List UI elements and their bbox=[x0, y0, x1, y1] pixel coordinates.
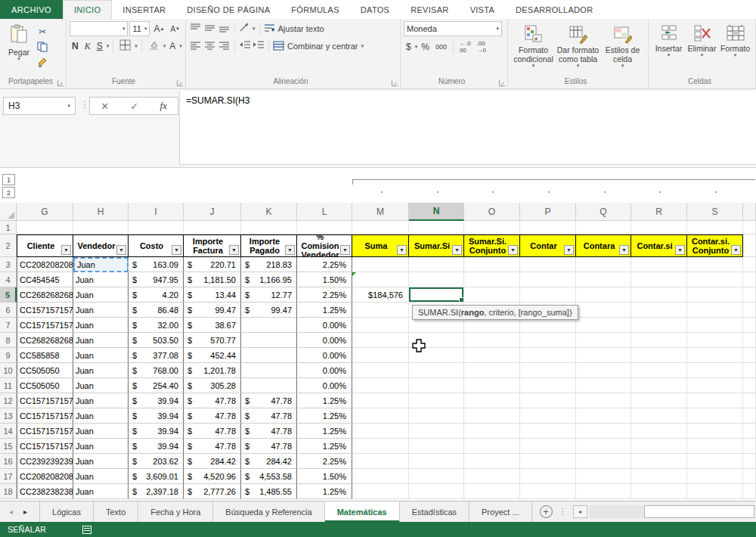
cell-K18[interactable]: $1,485.55 bbox=[241, 484, 297, 499]
cell-G7[interactable]: CC157157157 bbox=[17, 318, 73, 333]
row-header-3[interactable]: 3 bbox=[0, 257, 17, 272]
cell-N12[interactable] bbox=[409, 393, 464, 408]
ribbon-tab-desarrollador[interactable]: DESARROLLADOR bbox=[505, 0, 603, 19]
italic-button[interactable]: K bbox=[82, 39, 93, 54]
column-header-M[interactable]: M bbox=[352, 203, 409, 221]
column-header-G[interactable]: G bbox=[17, 203, 73, 221]
filter-dropdown-icon[interactable]: ▼ bbox=[397, 245, 407, 255]
cell-I10[interactable]: $768.00 bbox=[129, 363, 184, 378]
cell-R13[interactable] bbox=[631, 408, 687, 424]
cell-R5[interactable] bbox=[631, 287, 687, 303]
cell-S13[interactable] bbox=[687, 408, 743, 424]
cell-S11[interactable] bbox=[687, 378, 743, 393]
shrink-font-button[interactable]: A▼ bbox=[168, 21, 182, 36]
cell-S3[interactable] bbox=[687, 257, 743, 272]
cell-N10[interactable] bbox=[409, 363, 464, 378]
cell-Q16[interactable] bbox=[576, 454, 631, 469]
cell-L16[interactable]: 2.25% bbox=[297, 454, 352, 469]
cell-S6[interactable] bbox=[687, 303, 743, 318]
filter-dropdown-icon[interactable]: ▼ bbox=[340, 245, 350, 255]
cell-S7[interactable] bbox=[687, 318, 743, 333]
row-header-8[interactable]: 8 bbox=[0, 333, 17, 348]
add-sheet-button[interactable]: + bbox=[540, 505, 553, 518]
row-header-12[interactable]: 12 bbox=[0, 393, 17, 408]
cell-R16[interactable] bbox=[631, 454, 687, 469]
ribbon-tab-dise-o-de-p-gina[interactable]: DISEÑO DE PÁGINA bbox=[176, 0, 280, 19]
sheet-tab-fecha-y-hora[interactable]: Fecha y Hora bbox=[138, 501, 213, 522]
cell-L11[interactable]: 0.00% bbox=[297, 378, 352, 393]
filter-dropdown-icon[interactable]: ▼ bbox=[452, 245, 462, 255]
align-middle-icon[interactable] bbox=[203, 22, 216, 36]
percent-format-button[interactable]: % bbox=[419, 39, 432, 54]
cell-I8[interactable]: $503.50 bbox=[129, 333, 184, 348]
align-left-icon[interactable] bbox=[189, 39, 202, 53]
row-header-18[interactable]: 18 bbox=[0, 484, 17, 499]
outline-collapse-dot[interactable] bbox=[659, 191, 661, 193]
cell-Q18[interactable] bbox=[576, 484, 631, 499]
cell-I4[interactable]: $947.95 bbox=[129, 272, 184, 287]
filter-dropdown-icon[interactable]: ▼ bbox=[116, 245, 126, 255]
cell-K15[interactable]: $47.78 bbox=[241, 439, 297, 454]
cell-L7[interactable]: 0.00% bbox=[297, 318, 352, 333]
cell-styles-button[interactable]: Estilos de celda▾ bbox=[600, 21, 645, 76]
cell-M6[interactable] bbox=[352, 303, 409, 318]
filter-dropdown-icon[interactable]: ▼ bbox=[285, 245, 295, 255]
cell-R9[interactable] bbox=[631, 348, 687, 363]
cell-H10[interactable]: Juan bbox=[73, 363, 129, 378]
cell-G16[interactable]: CC239239239 bbox=[17, 454, 73, 469]
cell-G13[interactable]: CC157157157 bbox=[17, 408, 73, 424]
cell-O12[interactable] bbox=[464, 393, 520, 408]
insert-cells-button[interactable]: Insertar ▾ bbox=[652, 21, 686, 76]
cell-P5[interactable] bbox=[520, 287, 576, 303]
cell-R10[interactable] bbox=[631, 363, 687, 378]
cell-L17[interactable]: 1.50% bbox=[297, 469, 352, 484]
filter-dropdown-icon[interactable]: ▼ bbox=[731, 245, 741, 255]
cell-O15[interactable] bbox=[464, 439, 520, 454]
cell-G18[interactable]: CC238238238 bbox=[17, 484, 73, 499]
conditional-formatting-button[interactable]: ≠ Formato condicional▾ bbox=[511, 21, 556, 76]
cell-G15[interactable]: CC157157157 bbox=[17, 439, 73, 454]
cell-P13[interactable] bbox=[520, 408, 576, 424]
column-header-N[interactable]: N bbox=[409, 203, 464, 221]
filter-dropdown-icon[interactable]: ▼ bbox=[172, 245, 181, 255]
cell-row1[interactable] bbox=[184, 221, 241, 234]
cancel-formula-button[interactable]: ✕ bbox=[101, 101, 109, 112]
cell-I17[interactable]: $3,609.01 bbox=[129, 469, 184, 484]
sheet-tab-proyect-[interactable]: Proyect ... bbox=[469, 501, 532, 522]
cell-O3[interactable] bbox=[464, 257, 520, 272]
cell-G10[interactable]: CC505050 bbox=[17, 363, 73, 378]
cell-row1[interactable] bbox=[576, 221, 631, 234]
cell-Q5[interactable] bbox=[576, 287, 631, 303]
cell-H12[interactable]: Juan bbox=[73, 393, 129, 408]
cell-J18[interactable]: $2,777.26 bbox=[184, 484, 241, 499]
cell-row1[interactable] bbox=[687, 221, 743, 234]
cell-Q10[interactable] bbox=[576, 363, 631, 378]
cell-R14[interactable] bbox=[631, 424, 687, 439]
outline-collapse-dot[interactable] bbox=[604, 191, 606, 193]
cell-I14[interactable]: $39.94 bbox=[129, 424, 184, 439]
filter-dropdown-icon[interactable]: ▼ bbox=[61, 245, 71, 255]
cell-M17[interactable] bbox=[352, 469, 409, 484]
cell-K7[interactable] bbox=[241, 318, 297, 333]
ribbon-tab-datos[interactable]: DATOS bbox=[350, 0, 400, 19]
cell-P11[interactable] bbox=[520, 378, 576, 393]
column-header-R[interactable]: R bbox=[631, 203, 687, 221]
outline-level-1-button[interactable]: 1 bbox=[2, 174, 15, 185]
align-center-icon[interactable] bbox=[203, 39, 216, 53]
cell-H14[interactable]: Juan bbox=[73, 424, 129, 439]
cell-L5[interactable]: 2.25% bbox=[297, 287, 352, 303]
comma-format-button[interactable]: 000 bbox=[433, 39, 449, 54]
cell-K17[interactable]: $4,553.58 bbox=[241, 469, 297, 484]
outline-collapse-dot[interactable] bbox=[492, 191, 494, 193]
ribbon-tab-revisar[interactable]: REVISAR bbox=[400, 0, 459, 19]
cell-I9[interactable]: $377.08 bbox=[129, 348, 184, 363]
row-header-14[interactable]: 14 bbox=[0, 424, 17, 439]
cell-J7[interactable]: $38.67 bbox=[184, 318, 241, 333]
cell-Q13[interactable] bbox=[576, 408, 631, 424]
sheet-tab-texto[interactable]: Texto bbox=[94, 501, 138, 522]
column-header-I[interactable]: I bbox=[129, 203, 184, 221]
cell-L4[interactable]: 1.50% bbox=[297, 272, 352, 287]
format-painter-button[interactable] bbox=[35, 56, 50, 71]
scroll-left-button[interactable]: ◂ bbox=[573, 505, 587, 518]
scrollbar-track[interactable] bbox=[589, 505, 754, 518]
